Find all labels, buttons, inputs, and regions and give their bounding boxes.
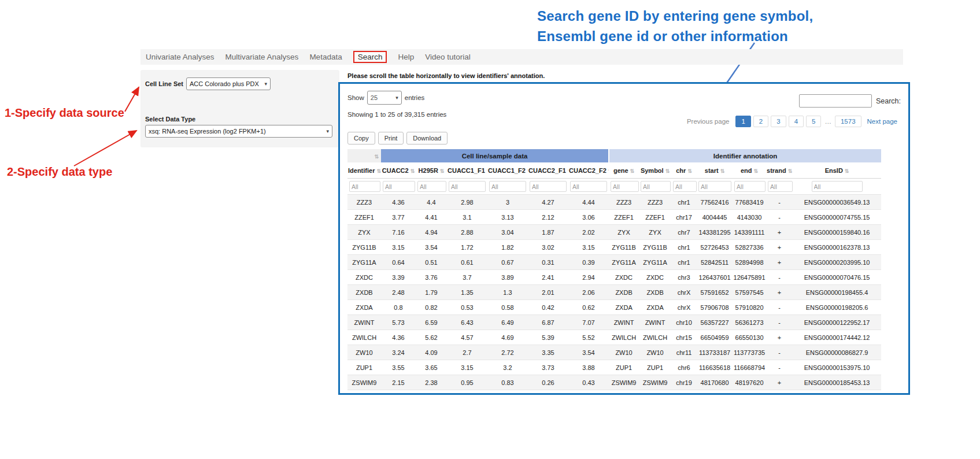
filter-input-cuacc2[interactable] bbox=[383, 181, 415, 192]
filter-input-identifier[interactable] bbox=[349, 181, 380, 192]
search-control: Search: bbox=[799, 94, 901, 108]
table-row: ZW103.244.092.72.723.353.54ZW10ZW10chr11… bbox=[347, 345, 881, 360]
table-cell: 1.3 bbox=[487, 285, 528, 300]
scroll-note: Please scroll the table horizontally to … bbox=[347, 72, 545, 79]
filter-cell-cuacc2-f2 bbox=[568, 179, 609, 195]
table-cell: chr6 bbox=[671, 360, 697, 375]
filter-input-end[interactable] bbox=[734, 181, 765, 192]
table-cell: 4.41 bbox=[416, 210, 447, 225]
table-cell: 3.54 bbox=[568, 345, 609, 360]
filter-input-strand[interactable] bbox=[768, 181, 793, 192]
nav-item-multivariate-analyses[interactable]: Multivariate Analyses bbox=[225, 53, 299, 61]
col-header-label: strand bbox=[767, 167, 786, 174]
nav-item-univariate-analyses[interactable]: Univariate Analyses bbox=[146, 53, 215, 61]
pagination-page-1573[interactable]: 1573 bbox=[835, 116, 861, 127]
group-header-empty[interactable]: ⇅ bbox=[347, 149, 381, 162]
filter-input-ensid[interactable] bbox=[812, 181, 863, 192]
pagination-page-3[interactable]: 3 bbox=[771, 116, 786, 127]
col-header-cuacc2-f1[interactable]: CUACC2_F1⇅ bbox=[528, 162, 568, 179]
table-cell: 3.15 bbox=[447, 360, 487, 375]
nav-item-video-tutorial[interactable]: Video tutorial bbox=[425, 53, 471, 61]
col-header-h295r[interactable]: H295R⇅ bbox=[416, 162, 447, 179]
col-header-gene[interactable]: gene⇅ bbox=[609, 162, 639, 179]
col-header-identifier[interactable]: Identifier⇅ bbox=[347, 162, 381, 179]
table-cell: 0.39 bbox=[568, 255, 609, 270]
table-cell: 52842511 bbox=[697, 255, 733, 270]
table-cell: ZW10 bbox=[639, 345, 671, 360]
page-length-select[interactable]: 25 ▾ bbox=[367, 91, 402, 105]
table-cell: 2.06 bbox=[568, 285, 609, 300]
search-input[interactable] bbox=[799, 94, 872, 108]
col-header-start[interactable]: start⇅ bbox=[697, 162, 733, 179]
filter-input-cuacc2-f1[interactable] bbox=[530, 181, 567, 192]
pagination-page-1[interactable]: 1 bbox=[735, 116, 750, 127]
sort-icon: ⇅ bbox=[568, 168, 568, 174]
export-buttons: CopyPrintDownload bbox=[347, 132, 901, 145]
table-cell: ZWILCH bbox=[639, 330, 671, 345]
nav-item-search[interactable]: Search bbox=[353, 51, 387, 63]
pagination-page-5[interactable]: 5 bbox=[806, 116, 821, 127]
sort-icon: ⇅ bbox=[720, 168, 725, 174]
table-row: ZUP13.553.653.153.23.733.88ZUP1ZUP1chr61… bbox=[347, 360, 881, 375]
table-cell: 3.77 bbox=[381, 210, 416, 225]
col-header-label: end bbox=[741, 167, 752, 174]
download-button[interactable]: Download bbox=[406, 132, 448, 145]
pagination-page-2[interactable]: 2 bbox=[753, 116, 768, 127]
table-cell: chr17 bbox=[671, 210, 697, 225]
table-cell: 113733187 bbox=[697, 345, 733, 360]
filter-input-start[interactable] bbox=[698, 181, 731, 192]
annotation-step2: 2-Specify data type bbox=[7, 165, 112, 179]
table-cell: 7.16 bbox=[381, 225, 416, 240]
info-pagination-row: Showing 1 to 25 of 39,315 entries Previo… bbox=[347, 111, 901, 127]
col-header-cuacc2-f2[interactable]: CUACC2_F2⇅ bbox=[568, 162, 609, 179]
print-button[interactable]: Print bbox=[378, 132, 404, 145]
pagination-page-4[interactable]: 4 bbox=[789, 116, 804, 127]
filter-input-cuacc1-f2[interactable] bbox=[489, 181, 526, 192]
col-header-end[interactable]: end⇅ bbox=[733, 162, 766, 179]
cell-line-set-select[interactable]: ACC Colorado plus PDX ▾ bbox=[186, 77, 271, 90]
col-header-ensid[interactable]: EnsID⇅ bbox=[793, 162, 881, 179]
data-type-select[interactable]: xsq: RNA-seq Expression (log2 FPKM+1) ▾ bbox=[145, 125, 332, 138]
filter-cell-ensid bbox=[793, 179, 881, 195]
nav-item-help[interactable]: Help bbox=[398, 53, 414, 61]
table-cell: 5.62 bbox=[416, 330, 447, 345]
table-cell: 5.73 bbox=[381, 315, 416, 330]
table-cell: 0.82 bbox=[416, 300, 447, 315]
table-cell: 0.53 bbox=[447, 300, 487, 315]
table-cell: 3.89 bbox=[487, 270, 528, 285]
table-cell: + bbox=[766, 330, 793, 345]
filter-input-symbol[interactable] bbox=[641, 181, 671, 192]
table-cell: 56361273 bbox=[733, 315, 766, 330]
table-cell: ZUP1 bbox=[347, 360, 381, 375]
filter-input-cuacc2-f2[interactable] bbox=[570, 181, 607, 192]
pagination-previous[interactable]: Previous page bbox=[683, 116, 734, 127]
table-cell: 3.88 bbox=[568, 360, 609, 375]
nav-item-metadata[interactable]: Metadata bbox=[309, 53, 342, 61]
table-cell: 3.35 bbox=[528, 345, 568, 360]
col-header-strand[interactable]: strand⇅ bbox=[766, 162, 793, 179]
col-header-cuacc2[interactable]: CUACC2⇅ bbox=[381, 162, 416, 179]
page-length-value: 25 bbox=[371, 94, 378, 101]
filter-cell-chr bbox=[671, 179, 697, 195]
table-cell: 0.95 bbox=[447, 375, 487, 390]
table-cell: 2.94 bbox=[568, 270, 609, 285]
table-cell: ZSWIM9 bbox=[609, 375, 639, 390]
table-cell: 1.35 bbox=[447, 285, 487, 300]
table-cell: 0.61 bbox=[447, 255, 487, 270]
col-header-chr[interactable]: chr⇅ bbox=[671, 162, 697, 179]
col-header-symbol[interactable]: Symbol⇅ bbox=[639, 162, 671, 179]
filter-input-cuacc1-f1[interactable] bbox=[449, 181, 486, 192]
filter-input-gene[interactable] bbox=[611, 181, 638, 192]
filter-input-chr[interactable] bbox=[673, 181, 697, 192]
col-header-label: gene bbox=[613, 167, 628, 174]
col-header-cuacc1-f2[interactable]: CUACC1_F2⇅ bbox=[487, 162, 528, 179]
table-cell: ZYG11B bbox=[639, 240, 671, 255]
col-header-cuacc1-f1[interactable]: CUACC1_F1⇅ bbox=[447, 162, 487, 179]
table-cell: 3.15 bbox=[568, 240, 609, 255]
copy-button[interactable]: Copy bbox=[347, 132, 375, 145]
annotation-step1: 1-Specify data source bbox=[5, 106, 124, 120]
pagination-next[interactable]: Next page bbox=[864, 116, 901, 127]
table-cell: ENSG00000070476.15 bbox=[793, 270, 881, 285]
table-cell: ZYX bbox=[347, 225, 381, 240]
filter-input-h295r[interactable] bbox=[417, 181, 446, 192]
